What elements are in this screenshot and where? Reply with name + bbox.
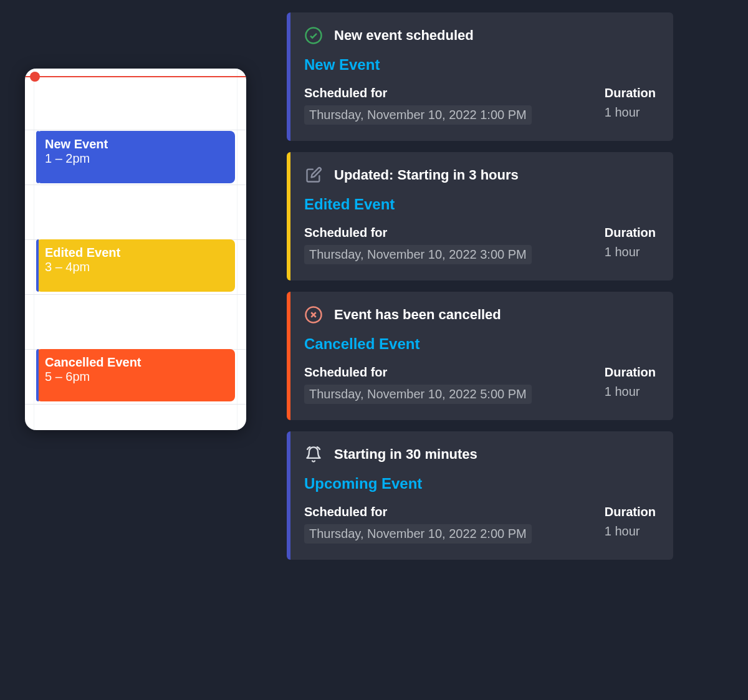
calendar-event-cancelled[interactable]: Cancelled Event 5 – 6pm — [36, 349, 235, 401]
current-time-line — [25, 76, 246, 77]
card-header: Event has been cancelled — [304, 305, 656, 324]
duration-label: Duration — [605, 365, 656, 380]
card-header-text: Updated: Starting in 3 hours — [334, 167, 519, 183]
scheduled-for-value: Thursday, November 10, 2022 5:00 PM — [304, 385, 532, 404]
event-title: New Event — [45, 137, 226, 151]
notification-list: New event scheduled New Event Scheduled … — [287, 12, 673, 560]
card-header: Updated: Starting in 3 hours — [304, 166, 656, 185]
card-details: Scheduled for Thursday, November 10, 202… — [304, 226, 656, 264]
duration-value: 1 hour — [605, 105, 656, 120]
card-details: Scheduled for Thursday, November 10, 202… — [304, 86, 656, 125]
card-header: Starting in 30 minutes — [304, 445, 656, 464]
card-details: Scheduled for Thursday, November 10, 202… — [304, 365, 656, 404]
card-title[interactable]: Upcoming Event — [304, 475, 656, 492]
x-circle-icon — [304, 305, 323, 324]
check-circle-icon — [304, 26, 323, 45]
event-time: 1 – 2pm — [45, 151, 226, 166]
duration-value: 1 hour — [605, 245, 656, 259]
card-header-text: New event scheduled — [334, 27, 474, 44]
svg-point-0 — [306, 28, 322, 44]
notification-card-updated[interactable]: Updated: Starting in 3 hours Edited Even… — [287, 152, 673, 280]
card-details: Scheduled for Thursday, November 10, 202… — [304, 505, 656, 544]
scheduled-for-label: Scheduled for — [304, 365, 532, 380]
duration-value: 1 hour — [605, 524, 656, 539]
bell-icon — [304, 445, 323, 464]
scheduled-for-label: Scheduled for — [304, 226, 532, 240]
notification-card-scheduled[interactable]: New event scheduled New Event Scheduled … — [287, 12, 673, 141]
event-title: Cancelled Event — [45, 355, 226, 370]
scheduled-for-value: Thursday, November 10, 2022 2:00 PM — [304, 524, 532, 544]
duration-label: Duration — [605, 86, 656, 100]
calendar-event-edited[interactable]: Edited Event 3 – 4pm — [36, 239, 235, 292]
notification-card-cancelled[interactable]: Event has been cancelled Cancelled Event… — [287, 292, 673, 420]
scheduled-for-label: Scheduled for — [304, 505, 532, 519]
current-time-dot — [30, 72, 40, 82]
calendar-widget: New Event 1 – 2pm Edited Event 3 – 4pm C… — [25, 69, 246, 430]
event-time: 3 – 4pm — [45, 260, 226, 274]
scheduled-for-value: Thursday, November 10, 2022 1:00 PM — [304, 105, 532, 125]
card-header-text: Event has been cancelled — [334, 307, 501, 323]
event-title: Edited Event — [45, 246, 226, 260]
card-title[interactable]: Edited Event — [304, 196, 656, 213]
card-title[interactable]: Cancelled Event — [304, 335, 656, 353]
duration-label: Duration — [605, 226, 656, 240]
card-header-text: Starting in 30 minutes — [334, 446, 477, 463]
scheduled-for-value: Thursday, November 10, 2022 3:00 PM — [304, 245, 532, 264]
notification-card-upcoming[interactable]: Starting in 30 minutes Upcoming Event Sc… — [287, 431, 673, 560]
edit-icon — [304, 166, 323, 185]
scheduled-for-label: Scheduled for — [304, 86, 532, 100]
card-title[interactable]: New Event — [304, 56, 656, 74]
duration-label: Duration — [605, 505, 656, 519]
calendar-event-new[interactable]: New Event 1 – 2pm — [36, 131, 235, 183]
duration-value: 1 hour — [605, 385, 656, 399]
card-header: New event scheduled — [304, 26, 656, 45]
event-time: 5 – 6pm — [45, 370, 226, 384]
